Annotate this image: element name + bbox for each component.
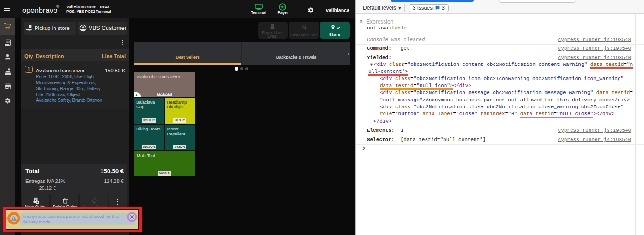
svg-text:$: $ xyxy=(303,24,304,27)
